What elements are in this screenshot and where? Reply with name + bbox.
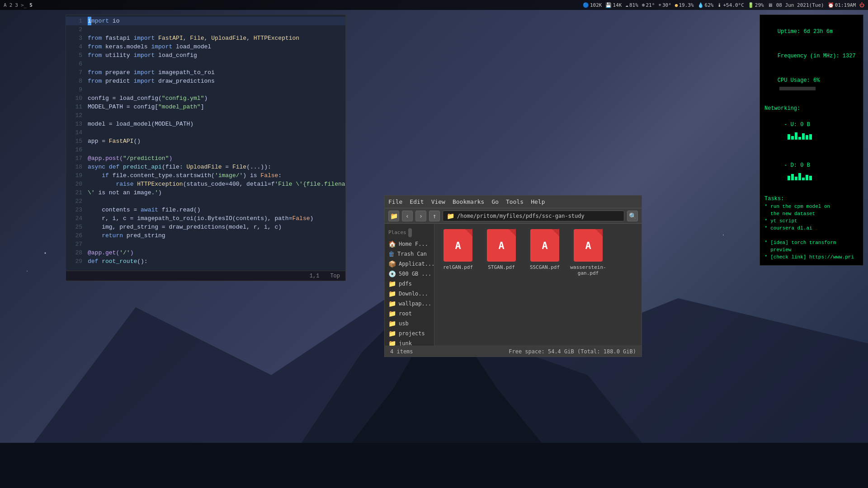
current-path: /home/pritom/myfiles/pdfs/ssc-gan-study <box>457 213 585 219</box>
battery-indicator: ☁ 81% <box>625 2 638 8</box>
wallpapers-icon: 📁 <box>388 300 396 307</box>
menu-tools[interactable]: Tools <box>506 198 524 205</box>
sidebar-label-junk: junk <box>399 340 412 346</box>
task-5: * [check link] https://www.pri <box>764 253 859 261</box>
top-status-bar: A 2 3 >_ 5 🔵 102K 💾 14K ☁ 81% ❄ 21° ☀ 30… <box>0 0 868 10</box>
file-manager-body: Places 🏠 Home F... 🗑 Trash Can 📦 Applica… <box>385 224 642 346</box>
file-manager-main: A relGAN.pdf A STGAN.pdf A SSCGAN.pdf A <box>434 224 642 346</box>
nav-back-button[interactable]: ‹ <box>402 211 413 221</box>
code-line-20: 20 raise HTTPException(status_code=400, … <box>66 180 345 188</box>
sidebar-label-pdfs: pdfs <box>399 281 412 287</box>
code-line-21: 21 \' is not an image.') <box>66 188 345 197</box>
file-relgan[interactable]: A relGAN.pdf <box>440 229 476 276</box>
cpu-bar <box>779 87 816 90</box>
temp1-indicator: ❄ 21° <box>642 2 655 8</box>
junk-icon: 📁 <box>388 340 396 346</box>
task-2: * yt script <box>764 217 859 225</box>
drive-icon: 💿 <box>388 270 396 277</box>
uptime-line: Uptime: 6d 23h 6m <box>764 19 859 44</box>
sidebar-item-wallpapers[interactable]: 📁 wallpap... <box>385 299 434 309</box>
code-line-8: 8 from predict import draw_predictions <box>66 77 345 85</box>
temp2-indicator: ☀ 30° <box>658 2 671 8</box>
workspace-num: 5 <box>29 2 33 8</box>
code-line-6: 6 <box>66 60 345 68</box>
nav-forward-button[interactable]: › <box>415 211 426 221</box>
sidebar-item-home[interactable]: 🏠 Home F... <box>385 239 434 249</box>
path-bar[interactable]: 📁 /home/pritom/myfiles/pdfs/ssc-gan-stud… <box>443 211 624 221</box>
sidebar-label-downloads: Downlo... <box>399 291 428 297</box>
file-manager-toolbar: 📁 ‹ › ↑ 📁 /home/pritom/myfiles/pdfs/ssc-… <box>385 208 642 224</box>
workspace-a: A <box>4 2 7 8</box>
code-line-12: 12 <box>66 111 345 120</box>
code-line-10: 10 config = load_config("config.yml") <box>66 94 345 103</box>
code-line-18: 18 async def predict_api(file: UploadFil… <box>66 163 345 171</box>
time-display: ⏰ 01:19AM <box>828 2 856 8</box>
sidebar-item-500gb[interactable]: 💿 500 GB ... ⏏ <box>385 269 434 279</box>
scroll-position: Top <box>330 273 340 279</box>
nav-up-button[interactable]: ↑ <box>429 211 440 221</box>
code-editor[interactable]: 1 import io 2 3 from fastapi import Fast… <box>66 14 346 281</box>
swap-indicator: 💾 14K <box>605 2 622 8</box>
svg-point-7 <box>723 235 724 235</box>
code-line-26: 26 return pred_string <box>66 231 345 240</box>
search-button[interactable]: 🔍 <box>627 211 638 221</box>
code-line-22: 22 <box>66 197 345 206</box>
menu-bookmarks[interactable]: Bookmarks <box>453 198 484 205</box>
sidebar-label-wallpapers: wallpap... <box>399 300 431 307</box>
svg-point-6 <box>45 253 46 254</box>
networking-section: Networking: - U: 0 B - D: 0 B <box>764 104 859 191</box>
menu-edit[interactable]: Edit <box>410 198 424 205</box>
task-1: * run the cpm model on <box>764 203 859 210</box>
code-line-27: 27 <box>66 240 345 249</box>
sidebar-label-root: root <box>399 310 412 317</box>
svg-point-10 <box>27 271 28 272</box>
cputemp-indicator: 🌡 +54.0°C <box>717 2 744 8</box>
task-3: * coursera dl.ai <box>764 225 859 232</box>
sidebar-item-junk[interactable]: 📁 junk <box>385 338 434 346</box>
path-folder-icon: 📁 <box>447 212 454 220</box>
code-line-19: 19 if file.content_type.startswith('imag… <box>66 171 345 180</box>
nav-folder-button[interactable]: 📁 <box>388 211 399 221</box>
menu-go[interactable]: Go <box>491 198 499 205</box>
code-line-23: 23 contents = await file.read() <box>66 206 345 214</box>
humidity-indicator: 💧 62% <box>698 2 714 8</box>
workspace-indicator1: 2 <box>9 2 13 8</box>
code-line-17: 17 @app.post("/prediction") <box>66 154 345 163</box>
sidebar-item-applications[interactable]: 📦 Applicat... <box>385 259 434 269</box>
cpu-load-indicator: ● 19.3% <box>675 2 694 8</box>
file-sscgan[interactable]: A SSCGAN.pdf <box>527 229 563 276</box>
code-content: 1 import io 2 3 from fastapi import Fast… <box>66 15 345 269</box>
file-label-stgan: STGAN.pdf <box>488 264 515 270</box>
file-stgan[interactable]: A STGAN.pdf <box>483 229 519 276</box>
datetime-display: 08 Jun 2021(Tue) <box>776 2 824 8</box>
root-icon: 📁 <box>388 310 396 317</box>
trash-icon: 🗑 <box>388 250 395 258</box>
sidebar-label-home: Home F... <box>399 241 428 247</box>
status-indicators: 🔵 102K 💾 14K ☁ 81% ❄ 21° ☀ 30° ● 19.3% 💧… <box>583 2 864 8</box>
sidebar-item-usb[interactable]: 📁 usb <box>385 319 434 328</box>
power-icon: ⏻ <box>859 2 864 8</box>
frequency-line: Frequency (in MHz): 1327 <box>764 44 859 68</box>
code-line-11: 11 MODEL_PATH = config["model_path"] <box>66 103 345 111</box>
menu-file[interactable]: File <box>388 198 402 205</box>
file-manager[interactable]: File Edit View Bookmarks Go Tools Help 📁… <box>384 195 642 357</box>
code-line-1: 1 import io <box>66 17 345 25</box>
code-line-28: 28 @app.get('/') <box>66 249 345 257</box>
sidebar-item-pdfs[interactable]: 📁 pdfs <box>385 279 434 289</box>
code-line-24: 24 r, i, c = imagepath_to_roi(io.BytesIO… <box>66 214 345 223</box>
code-line-5: 5 from utility import load_config <box>66 51 345 60</box>
sidebar-item-root[interactable]: 📁 root <box>385 309 434 319</box>
file-wasserstein[interactable]: A wasserstein-gan.pdf <box>570 229 606 276</box>
code-line-29: 29 def root_route(): <box>66 257 345 266</box>
sidebar-item-projects[interactable]: 📁 projects <box>385 328 434 338</box>
sidebar-label-usb: usb <box>399 320 409 327</box>
code-line-7: 7 from prepare import imagepath_to_roi <box>66 68 345 77</box>
code-line-13: 13 model = load_model(MODEL_PATH) <box>66 120 345 128</box>
sidebar-label-500gb: 500 GB ... <box>399 271 431 277</box>
menu-help[interactable]: Help <box>531 198 545 205</box>
file-label-relgan: relGAN.pdf <box>443 264 473 270</box>
sidebar-item-downloads[interactable]: 📁 Downlo... <box>385 289 434 299</box>
sidebar-item-trash[interactable]: 🗑 Trash Can <box>385 249 434 259</box>
menu-view[interactable]: View <box>431 198 445 205</box>
ram-indicator: 🔵 102K <box>583 2 602 8</box>
